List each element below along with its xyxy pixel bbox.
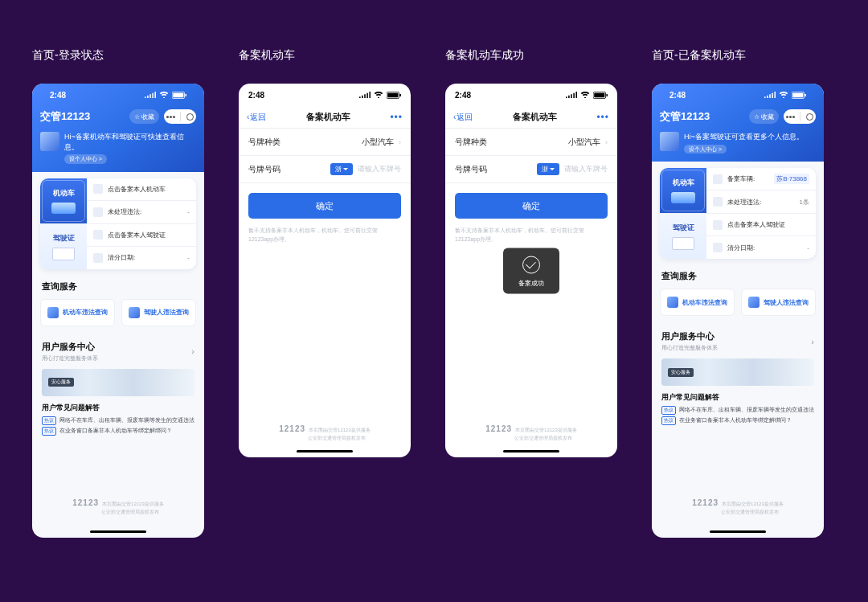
footer: 12123本页面由交管12123提供服务 公安部交通管理局授权发布 — [652, 498, 824, 515]
check-circle-icon — [522, 256, 540, 273]
row-register-license[interactable]: 点击备案本人驾驶证 — [706, 214, 816, 236]
home-indicator — [710, 530, 766, 533]
miniprogram-capsule[interactable] — [784, 109, 816, 124]
screen-home-logged-in: 2:48 交管12123 ☆ 收藏 — [32, 84, 204, 538]
row-clear-date[interactable]: 清分日期: - — [706, 236, 816, 259]
back-button[interactable]: ‹ 返回 — [453, 112, 473, 123]
faq-item[interactable]: 热议网络不在车库、出租车辆、报废车辆等发生的交通违法… — [661, 406, 814, 415]
service-center-title: 用户服务中心 — [42, 341, 98, 353]
more-button[interactable]: ••• — [596, 112, 609, 123]
query-vehicle-violations[interactable]: 机动车违法查询 — [660, 289, 735, 316]
row-plate-type[interactable]: 号牌种类 小型汽车› — [239, 129, 411, 156]
car-icon — [51, 203, 76, 214]
status-time: 2:48 — [455, 91, 471, 100]
column-title: 首页-登录状态 — [32, 48, 215, 63]
banner-tag: 安心服务 — [668, 368, 694, 377]
faq-title: 用户常见问题解答 — [661, 392, 814, 403]
close-miniprogram-icon[interactable] — [186, 113, 194, 121]
miniprogram-capsule[interactable] — [164, 109, 196, 124]
profile-link[interactable]: 设个人中心 > — [684, 145, 727, 154]
battery-icon — [593, 92, 608, 99]
battery-icon — [792, 92, 806, 99]
toast-text: 备案成功 — [518, 278, 544, 287]
id-mini-icon — [713, 220, 723, 230]
tab-license[interactable]: 驾驶证 — [40, 224, 87, 269]
home-indicator — [297, 450, 353, 453]
row-plate-number[interactable]: 号牌号码 浙 请输入车牌号 — [239, 156, 411, 183]
row-plate-type[interactable]: 号牌种类 小型汽车› — [445, 129, 617, 156]
signal-icon — [764, 92, 776, 98]
row-register-license[interactable]: 点击备案本人驾驶证 — [87, 224, 196, 247]
row-clear-date[interactable]: 清分日期: - — [87, 247, 196, 269]
service-center-row[interactable]: 用户服务中心 用心打造完整服务体系 › — [661, 330, 814, 352]
faq-item[interactable]: 热议在业务窗口备案非本人机动车等绑定解绑问？ — [661, 416, 814, 425]
car-query-icon — [667, 297, 678, 308]
plate-input[interactable]: 请输入车牌号 — [564, 164, 608, 174]
car-mini-icon — [713, 174, 723, 184]
province-selector[interactable]: 浙 — [537, 163, 559, 175]
plate-input[interactable]: 请输入车牌号 — [358, 164, 401, 174]
more-icon[interactable] — [166, 116, 175, 118]
car-mini-icon — [93, 184, 103, 194]
footer: 12123本页面由交管12123提供服务 公安部交通管理局授权发布 — [32, 498, 204, 515]
status-time: 2:48 — [50, 91, 66, 100]
hint-text: 暂不支持备案非本人机动车，机动车。您可前往交管12123app办理。 — [248, 227, 401, 244]
list-mini-icon — [93, 207, 103, 217]
screen-home-registered: 2:48 交管12123 ☆ 收藏 — [652, 84, 824, 538]
back-button[interactable]: ‹ 返回 — [247, 112, 266, 123]
nav-title: 备案机动车 — [306, 111, 350, 123]
avatar — [40, 132, 59, 151]
wifi-icon — [579, 92, 591, 98]
row-pending-violations[interactable]: 未处理违法: - — [87, 201, 196, 223]
row-plate-number[interactable]: 号牌号码 浙 请输入车牌号 — [445, 156, 617, 183]
row-registered-vehicle[interactable]: 备案车辆: 苏B·73868 — [706, 168, 816, 190]
vehicle-license-card: 机动车 点击备案本人机动车 未处理违法: - — [40, 178, 196, 269]
home-indicator — [503, 450, 559, 453]
battery-icon — [387, 92, 401, 99]
tab-vehicle[interactable]: 机动车 — [660, 168, 706, 213]
greeting-text: Hi~备案机动车和驾驶证可快速查看信息。 — [64, 132, 196, 152]
svg-rect-7 — [594, 92, 604, 97]
calendar-mini-icon — [93, 253, 103, 263]
status-time: 2:48 — [248, 91, 264, 100]
faq-item[interactable]: 热议在业务窗口备案非本人机动车等绑定解绑问？ — [42, 427, 194, 436]
submit-button[interactable]: 确定 — [248, 193, 401, 219]
svg-rect-4 — [387, 92, 398, 97]
row-pending-violations[interactable]: 未处理违法: 1条 — [706, 190, 816, 213]
wifi-icon — [373, 92, 384, 98]
calendar-mini-icon — [713, 243, 723, 252]
faq-title: 用户常见问题解答 — [42, 403, 194, 413]
province-selector[interactable]: 浙 — [330, 163, 353, 175]
submit-button[interactable]: 确定 — [455, 193, 608, 219]
profile-link[interactable]: 设个人中心 > — [64, 154, 107, 164]
status-bar: 2:48 — [660, 84, 816, 106]
query-driver-violations[interactable]: 驾驶人违法查询 — [741, 289, 816, 316]
license-icon — [52, 248, 75, 260]
close-miniprogram-icon[interactable] — [806, 113, 813, 121]
favorite-button[interactable]: ☆ 收藏 — [749, 109, 779, 124]
id-mini-icon — [93, 230, 103, 240]
status-bar: 2:48 — [40, 84, 196, 106]
tab-license[interactable]: 驾驶证 — [660, 214, 706, 259]
service-banner[interactable]: 安心服务 — [42, 369, 194, 396]
favorite-button[interactable]: ☆ 收藏 — [129, 109, 159, 124]
service-center-row[interactable]: 用户服务中心 用心打造完整服务体系 › — [42, 341, 194, 362]
screen-register-success: 2:48 ‹ 返回 备案机动车 ••• 号牌种类 小型汽车› 号牌号码 浙 — [445, 84, 617, 457]
service-banner[interactable]: 安心服务 — [661, 358, 814, 386]
app-title: 交管12123 — [660, 109, 710, 124]
svg-rect-5 — [399, 93, 401, 96]
tab-vehicle[interactable]: 机动车 — [40, 178, 87, 223]
more-button[interactable]: ••• — [390, 112, 403, 123]
status-bar: 2:48 — [445, 84, 617, 106]
chevron-right-icon: › — [191, 346, 194, 356]
section-query-title: 查询服务 — [661, 270, 814, 282]
query-driver-violations[interactable]: 驾驶人违法查询 — [121, 299, 196, 326]
chevron-right-icon: › — [605, 138, 608, 146]
query-vehicle-violations[interactable]: 机动车违法查询 — [40, 299, 115, 326]
screen-register-vehicle: 2:48 ‹ 返回 备案机动车 ••• 号牌种类 小型汽车› 号牌号码 浙 — [239, 84, 411, 457]
row-register-vehicle[interactable]: 点击备案本人机动车 — [87, 178, 196, 201]
more-icon[interactable] — [786, 116, 795, 118]
svg-rect-1 — [173, 92, 183, 97]
faq-item[interactable]: 热议网络不在车库、出租车辆、报废车辆等发生的交通违法… — [42, 416, 194, 425]
wifi-icon — [158, 92, 170, 98]
